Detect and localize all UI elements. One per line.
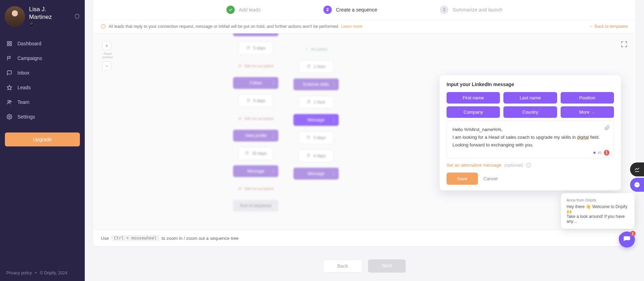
sidebar-item-campaigns[interactable]: Campaigns — [0, 51, 85, 66]
char-counter: 46 1 — [593, 150, 609, 156]
sidebar: Lisa J. Martinez 📱 Dashboard Campaigns I… — [0, 0, 85, 281]
seq-node-view-profile[interactable]: View profile — [233, 130, 278, 142]
seq-delay[interactable]: ⏱ 5 days — [238, 42, 273, 54]
back-button[interactable]: Back — [323, 259, 362, 273]
token-company[interactable]: Company — [447, 106, 500, 118]
seq-delay[interactable]: ⏱ 5 days — [238, 94, 273, 107]
sidebar-item-label: Inbox — [17, 70, 29, 76]
chat-from: Anna from Dripify — [567, 198, 629, 202]
token-row: Company Country More ⌄ — [447, 106, 614, 118]
side-fab-assistant[interactable] — [630, 178, 644, 192]
svg-rect-3 — [10, 44, 12, 46]
svg-point-7 — [9, 116, 10, 117]
chat-toast[interactable]: Anna from Dripify Hey there 👋 Welcome to… — [561, 193, 634, 229]
profile-block: Lisa J. Martinez 📱 — [0, 0, 85, 33]
chat-fab[interactable]: 1 — [619, 231, 635, 248]
cancel-button[interactable]: Cancel — [484, 176, 497, 181]
zoom-reset-label: position — [102, 56, 113, 59]
sidebar-item-leads[interactable]: Leads — [0, 80, 85, 95]
editor-line: Hello %%first_name%%, — [452, 126, 608, 134]
flag-icon — [6, 55, 13, 61]
avatar[interactable] — [5, 6, 25, 26]
token-last-name[interactable]: Last name — [503, 92, 557, 104]
message-textarea[interactable]: Hello %%first_name%%, I am looking for a… — [447, 121, 614, 158]
info-icon — [101, 24, 106, 29]
svg-rect-2 — [7, 44, 9, 46]
side-fab-translate[interactable] — [630, 162, 644, 176]
next-button[interactable]: Next — [368, 259, 406, 273]
seq-node-message[interactable]: Message — [293, 168, 339, 180]
step-label: Summarize and launch — [452, 7, 502, 13]
sidebar-footer: Privacy policy • © Dripify, 2024 — [0, 265, 85, 281]
copyright: © Dripify, 2024 — [40, 271, 67, 275]
zoom-controls: + Reset position − — [102, 41, 113, 70]
sequence-canvas[interactable]: + Reset position − ⏱ 5 days ⊘ Still not … — [93, 33, 636, 230]
nav: Dashboard Campaigns Inbox Leads Team Set… — [0, 33, 85, 128]
step-summarize[interactable]: 3 Summarize and launch — [440, 6, 502, 14]
seq-node-message-active[interactable]: Message — [293, 114, 339, 126]
seq-node-endorse[interactable]: Endorse skills — [293, 78, 339, 90]
sidebar-item-team[interactable]: Team — [0, 95, 85, 109]
seq-condition: ⊘ Still not accepted — [233, 183, 279, 194]
editor-line: I am looking for a Head of sales coach t… — [452, 134, 608, 141]
step-label: Create a sequence — [336, 7, 377, 13]
seq-delay[interactable]: ⏱ 1 hour — [299, 60, 334, 73]
seq-delay[interactable]: ⏱ 4 days — [299, 150, 334, 162]
profile-sub: 📱 — [29, 22, 70, 27]
alt-message-link[interactable]: Set an alternative message — [447, 162, 502, 168]
sidebar-item-label: Team — [17, 99, 29, 105]
seq-node-message[interactable]: Message — [233, 165, 278, 177]
chevron-down-icon: ⌄ — [592, 109, 596, 115]
upgrade-button[interactable]: Upgrade — [5, 132, 80, 146]
content-card: Add leads 2 Create a sequence 3 Summariz… — [93, 0, 636, 246]
seq-delay[interactable]: ⏱ 20 days — [238, 147, 273, 160]
info-icon[interactable] — [526, 163, 531, 168]
sidebar-item-inbox[interactable]: Inbox — [0, 66, 85, 80]
seq-delay[interactable]: ⏱ 1 hour — [299, 96, 334, 108]
alt-message-row: Set an alternative message (optional) — [447, 162, 614, 168]
back-to-templates-link[interactable]: ← Back to templates — [589, 24, 628, 29]
zoom-reset-button[interactable]: Reset position — [102, 52, 113, 59]
privacy-link[interactable]: Privacy policy — [6, 271, 32, 275]
main-area: Add leads 2 Create a sequence 3 Summariz… — [85, 0, 644, 281]
message-editor-popover: Input your LinkedIn message First name L… — [440, 75, 621, 190]
sidebar-item-settings[interactable]: Settings — [0, 109, 85, 124]
chat-line: Hey there 👋 Welcome to Dripify 🙌 — [567, 204, 629, 214]
notice-text: All leads that reply to your connection … — [108, 24, 338, 29]
token-position[interactable]: Position — [561, 92, 614, 104]
sidebar-item-label: Campaigns — [17, 55, 42, 61]
zoom-out-button[interactable]: − — [102, 61, 111, 70]
hint-bar: Use Ctrl + mousewheel to zoom in / zoom … — [93, 230, 636, 246]
token-first-name[interactable]: First name — [447, 92, 500, 104]
sidebar-item-dashboard[interactable]: Dashboard — [0, 36, 85, 51]
seq-condition: ⊘ Still not accepted — [233, 113, 279, 124]
attach-icon[interactable] — [604, 124, 610, 131]
hint-pre: Use — [101, 236, 109, 241]
popover-title: Input your LinkedIn message — [447, 82, 614, 87]
step-label: Add leads — [239, 7, 261, 13]
learn-more-link[interactable]: Learn more — [341, 24, 362, 29]
seq-node-end[interactable]: End of sequence — [233, 200, 278, 212]
svg-rect-0 — [7, 41, 9, 43]
token-more[interactable]: More ⌄ — [561, 106, 614, 118]
token-country[interactable]: Country — [503, 106, 557, 118]
message-icon — [6, 70, 13, 76]
zoom-in-button[interactable]: + — [102, 41, 111, 50]
stepper: Add leads 2 Create a sequence 3 Summariz… — [93, 0, 636, 20]
fullscreen-button[interactable] — [620, 40, 628, 48]
sidebar-item-label: Settings — [17, 114, 35, 120]
gear-icon — [6, 114, 13, 120]
shield-icon — [74, 14, 80, 19]
step-circle: 3 — [440, 6, 448, 14]
token-row: First name Last name Position — [447, 92, 614, 104]
step-create-sequence[interactable]: 2 Create a sequence — [323, 6, 377, 14]
svg-point-16 — [637, 184, 638, 184]
step-add-leads[interactable]: Add leads — [226, 6, 261, 14]
save-button[interactable]: Save — [447, 173, 478, 185]
seq-delay[interactable]: ⏱ 3 days — [299, 131, 334, 144]
seq-node-follow[interactable]: Follow — [233, 77, 278, 89]
users-icon — [6, 99, 13, 105]
sidebar-item-label: Dashboard — [17, 41, 42, 46]
step-circle: 2 — [323, 6, 332, 14]
seq-node[interactable] — [233, 33, 278, 36]
